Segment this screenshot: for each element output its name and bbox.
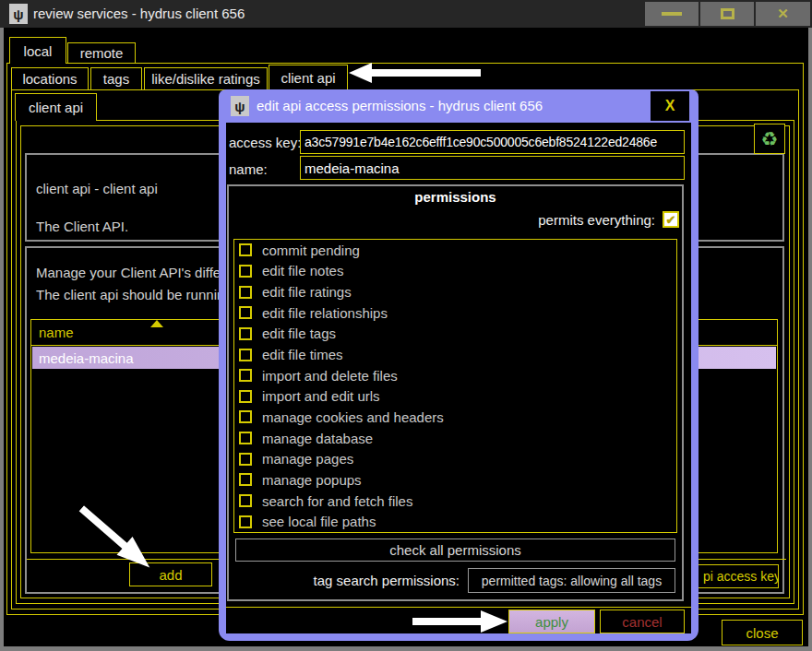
review-services-window: ψ review services - hydrus client 656 ✕ … [0,0,812,651]
refresh-icon: ♻ [761,129,779,148]
permission-list-item[interactable]: manage cookies and headers [234,407,676,428]
permission-checkbox[interactable] [239,515,252,528]
copy-api-access-key-button[interactable]: pi access key [690,564,779,588]
permission-list-item[interactable]: search for and fetch files [234,491,676,512]
permission-label: import and edit urls [262,388,380,404]
titlebar[interactable]: ψ review services - hydrus client 656 ✕ [0,0,812,28]
tag-search-permissions-label: tag search permissions: [314,573,460,588]
permission-checkbox[interactable] [239,265,252,278]
window-border-right [808,28,812,651]
permission-checkbox[interactable] [239,494,252,507]
permissions-group-title: permissions [229,189,682,205]
tab-local[interactable]: local [9,37,66,64]
permission-checkbox[interactable] [239,327,252,340]
permission-label: manage popups [262,472,362,488]
window-border-left [0,28,4,651]
permission-list-item[interactable]: edit file relationships [234,302,676,324]
access-key-label: access key: [229,135,301,150]
tab-remote[interactable]: remote [67,42,136,64]
permits-everything-row: permits everything: ✔ [538,211,679,228]
permits-everything-label: permits everything: [538,212,655,228]
permission-label: manage cookies and headers [262,409,444,425]
refresh-button[interactable]: ♻ [754,124,785,154]
permission-label: manage pages [262,451,353,467]
tab-client-api-service[interactable]: client api [15,93,97,121]
manage-text-line1: Manage your Client API's differ [36,265,225,280]
cancel-button[interactable]: cancel [600,610,685,633]
name-label: name: [229,161,268,177]
tab-locations[interactable]: locations [11,67,89,90]
column-header-name[interactable]: name [39,325,74,340]
check-all-permissions-button[interactable]: check all permissions [235,539,675,562]
tag-search-permissions-row: tag search permissions: permitted tags: … [229,568,675,593]
permission-label: search for and fetch files [262,493,412,509]
permission-list-item[interactable]: edit file notes [234,261,676,282]
permission-checkbox[interactable] [239,390,252,403]
sort-ascending-icon [150,320,163,327]
dialog-psi-icon: ψ [231,96,249,116]
permission-list-item[interactable]: edit file times [234,344,676,365]
permission-checkbox[interactable] [239,243,252,256]
permission-list-item[interactable]: commit pending [234,240,676,261]
permission-label: import and delete files [262,368,398,384]
minimize-button[interactable] [645,2,699,26]
access-key-input[interactable]: a3c57991e7b4e162c6efff1ce90c500005c6ebf8… [300,130,685,154]
dialog-body: access key: a3c57991e7b4e162c6efff1ce90c… [226,123,691,633]
permission-label: edit file times [262,347,343,362]
permission-checkbox[interactable] [239,369,252,382]
service-info-description: The Client API. [36,219,128,234]
permission-list-item[interactable]: import and delete files [234,365,676,386]
permission-list-item[interactable]: edit file tags [234,324,676,345]
permission-checkbox[interactable] [239,432,252,444]
permission-label: commit pending [262,243,360,258]
permission-checkbox[interactable] [239,473,252,486]
permission-checkbox[interactable] [239,286,252,299]
tab-like-dislike-ratings[interactable]: like/dislike ratings [144,67,268,90]
checkmark-icon: ✔ [666,213,676,227]
permission-list-item[interactable]: manage pages [234,448,676,469]
window-title: review services - hydrus client 656 [33,0,245,28]
manage-text-line2: The client api should be runnin [36,287,224,302]
app-psi-icon: ψ [9,4,28,24]
dialog-close-button[interactable]: X [651,91,689,121]
apply-button[interactable]: apply [508,610,595,633]
permission-checkbox[interactable] [239,349,252,361]
permission-label: manage database [262,431,373,446]
permission-list-item[interactable]: manage popups [234,469,676,491]
window-border-bottom [0,646,812,651]
arrow-pointing-left-at-client-api-tab [348,61,482,85]
arrow-pointing-at-apply-button [412,610,508,633]
tab-client-api-type[interactable]: client api [269,65,348,90]
service-info-title: client api - client api [36,181,158,196]
name-input[interactable]: medeia-macina [300,156,685,180]
close-window-button[interactable]: ✕ [756,2,810,26]
permissions-group: permissions permits everything: ✔ commit… [227,184,684,601]
close-button[interactable]: close [722,620,803,645]
permission-checkbox[interactable] [239,306,252,319]
minimize-icon [662,12,682,16]
dialog-close-icon: X [665,98,675,114]
close-icon: ✕ [777,6,789,22]
maximize-icon [721,8,734,19]
dialog-button-divider [226,607,691,608]
edit-api-permissions-dialog: ψ edit api access permissions - hydrus c… [219,89,699,641]
permission-checkbox[interactable] [239,410,252,423]
tab-tags[interactable]: tags [90,67,142,90]
permits-everything-checkbox[interactable]: ✔ [663,211,679,228]
permission-list-item[interactable]: import and edit urls [234,385,676,407]
permission-label: edit file ratings [262,284,352,300]
permission-label: edit file relationships [262,305,388,321]
dialog-title: edit api access permissions - hydrus cli… [257,89,543,123]
permission-list-item[interactable]: manage database [234,428,676,449]
row-name-cell: medeia-macina [39,350,134,366]
permission-label: see local file paths [262,514,376,529]
maximize-button[interactable] [700,2,754,26]
permission-label: edit file notes [262,263,343,278]
permission-label: edit file tags [262,326,336,341]
permission-list-item[interactable]: see local file paths [234,511,676,532]
permissions-list[interactable]: commit pending edit file notes edit file… [233,239,677,533]
permission-list-item[interactable]: edit file ratings [234,281,676,302]
permitted-tags-button[interactable]: permitted tags: allowing all tags [468,568,675,593]
permission-checkbox[interactable] [239,453,252,466]
